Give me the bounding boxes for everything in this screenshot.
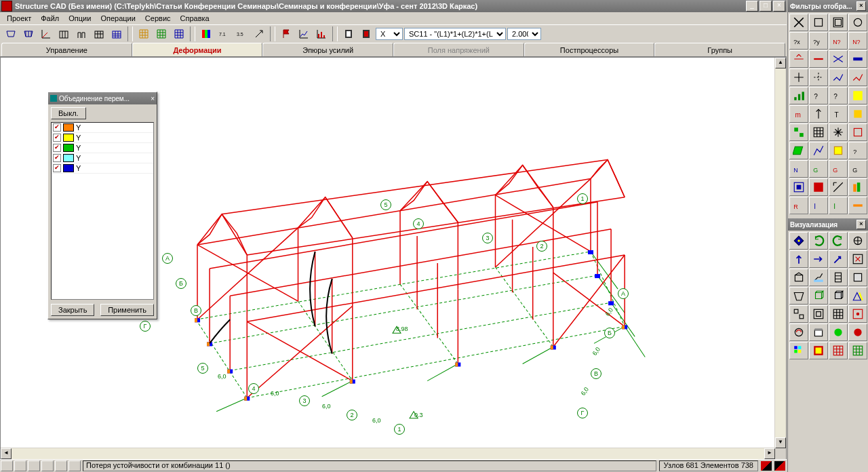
viz-btn[interactable]	[848, 250, 867, 268]
filter-btn[interactable]	[829, 68, 848, 86]
viz-btn[interactable]	[789, 323, 808, 341]
legend-row[interactable]: ✔Y	[52, 123, 153, 133]
tool-flag-icon[interactable]	[278, 26, 294, 42]
filter-btn[interactable]	[829, 142, 848, 159]
filter-btn[interactable]	[809, 105, 828, 123]
filter-btn[interactable]: ?x	[789, 32, 808, 50]
viz-btn[interactable]	[829, 342, 848, 359]
filter-btn[interactable]: G	[848, 160, 867, 178]
tool-film2-icon[interactable]	[358, 26, 374, 42]
viz-btn[interactable]	[789, 287, 808, 304]
menu-file[interactable]: Файл	[37, 14, 63, 23]
filter-btn[interactable]	[809, 50, 828, 68]
combo-scale[interactable]: 2.000	[507, 28, 541, 40]
filter-btn[interactable]	[829, 178, 848, 196]
filter-btn[interactable]: ?	[809, 87, 828, 104]
menu-service[interactable]: Сервис	[141, 14, 175, 23]
filter-btn[interactable]	[789, 50, 808, 68]
tool-chart1-icon[interactable]	[296, 26, 312, 42]
checkbox-icon[interactable]: ✔	[53, 134, 61, 142]
tool-num2-icon[interactable]: 3.5	[233, 26, 250, 42]
floating-panel-title[interactable]: Объединение перем... ×	[48, 92, 157, 104]
filter-btn[interactable]	[829, 14, 848, 31]
tab-groups[interactable]: Группы	[654, 43, 785, 56]
filter-btn[interactable]: ?y	[809, 32, 828, 50]
menu-project[interactable]: Проект	[3, 14, 35, 23]
viz-btn[interactable]	[809, 232, 828, 250]
tab-postproc[interactable]: Постпроцессоры	[524, 43, 655, 56]
filter-btn[interactable]: I	[809, 197, 828, 214]
status-btn[interactable]	[1, 460, 13, 471]
vertical-scrollbar[interactable]: ▲ ▼	[774, 58, 786, 448]
viz-btn[interactable]	[789, 342, 808, 359]
filter-btn[interactable]	[848, 68, 867, 86]
viz-btn[interactable]	[848, 287, 867, 304]
filter-btn[interactable]	[848, 197, 867, 214]
status-flag-icon[interactable]	[761, 461, 772, 471]
filter-btn[interactable]	[829, 123, 848, 141]
filter-btn[interactable]	[809, 142, 828, 159]
filter-btn[interactable]	[789, 87, 808, 104]
filter-btn[interactable]	[848, 50, 867, 68]
menu-help[interactable]: Справка	[176, 14, 214, 23]
status-btn[interactable]	[14, 460, 26, 471]
viz-btn[interactable]	[848, 323, 867, 341]
filter-btn[interactable]	[809, 14, 828, 31]
viz-btn[interactable]	[848, 342, 867, 359]
viz-btn[interactable]	[789, 232, 808, 250]
menu-operations[interactable]: Операции	[96, 14, 139, 23]
legend-row[interactable]: ✔Y	[52, 153, 153, 163]
tool-deform-frame-icon[interactable]	[20, 26, 37, 42]
tool-axes-icon[interactable]	[38, 26, 54, 42]
tool-deform-shape-icon[interactable]	[3, 26, 19, 42]
viz-close-icon[interactable]: ×	[856, 220, 866, 229]
viz-btn[interactable]	[809, 250, 828, 268]
viz-btn[interactable]	[789, 269, 808, 286]
tool-grid3-icon[interactable]	[108, 26, 125, 42]
viz-btn[interactable]	[809, 287, 828, 304]
filter-btn[interactable]: ?	[848, 142, 867, 159]
filter-btn[interactable]: G	[829, 160, 848, 178]
menu-options[interactable]: Опции	[64, 14, 95, 23]
tab-forces[interactable]: Эпюры усилий	[262, 43, 393, 56]
viz-btn[interactable]	[809, 305, 828, 323]
tool-color-icon[interactable]	[198, 26, 214, 42]
filter-btn[interactable]	[789, 123, 808, 141]
filters-close-icon[interactable]: ×	[856, 1, 866, 11]
maximize-icon[interactable]: □	[760, 1, 772, 12]
viz-btn[interactable]	[829, 250, 848, 268]
legend-row[interactable]: ✔Y	[52, 133, 153, 143]
status-btn[interactable]	[41, 460, 54, 471]
checkbox-icon[interactable]: ✔	[53, 123, 61, 132]
tool-grid1-icon[interactable]	[56, 26, 72, 42]
filter-btn[interactable]	[809, 68, 828, 86]
filter-btn[interactable]	[789, 178, 808, 196]
tool-chart2-icon[interactable]	[313, 26, 330, 42]
tab-deformations[interactable]: Деформации	[132, 43, 263, 56]
filter-btn[interactable]: R	[789, 197, 808, 214]
scroll-left-icon[interactable]: ◄	[1, 448, 12, 459]
viz-btn[interactable]	[848, 305, 867, 323]
filter-btn[interactable]: N?	[848, 32, 867, 50]
minimize-icon[interactable]: _	[746, 1, 758, 12]
viz-btn[interactable]	[789, 250, 808, 268]
checkbox-icon[interactable]: ✔	[53, 144, 61, 152]
legend-row[interactable]: ✔Y	[52, 143, 153, 153]
filter-btn[interactable]	[848, 178, 867, 196]
tool-num1-icon[interactable]: 7.1	[216, 26, 232, 42]
filter-btn[interactable]	[848, 87, 867, 104]
filter-btn[interactable]	[789, 14, 808, 31]
filter-btn[interactable]: G	[809, 160, 828, 178]
filter-btn[interactable]	[848, 105, 867, 123]
combo-loadcase[interactable]: SC11 - "(L1)*1+(L2)*1+(L3)	[404, 28, 506, 40]
filter-btn[interactable]	[809, 123, 828, 141]
filter-btn[interactable]	[829, 50, 848, 68]
tool-mesh3-icon[interactable]	[171, 26, 187, 42]
status-btn[interactable]	[55, 460, 67, 471]
floating-panel[interactable]: Объединение перем... × Выкл. ✔Y ✔Y ✔Y ✔Y…	[47, 92, 157, 319]
filter-btn[interactable]	[809, 178, 828, 196]
horizontal-scrollbar[interactable]: ◄ ►	[1, 448, 775, 459]
toggle-button[interactable]: Выкл.	[51, 107, 86, 119]
viz-btn[interactable]	[848, 232, 867, 250]
checkbox-icon[interactable]: ✔	[53, 164, 61, 172]
